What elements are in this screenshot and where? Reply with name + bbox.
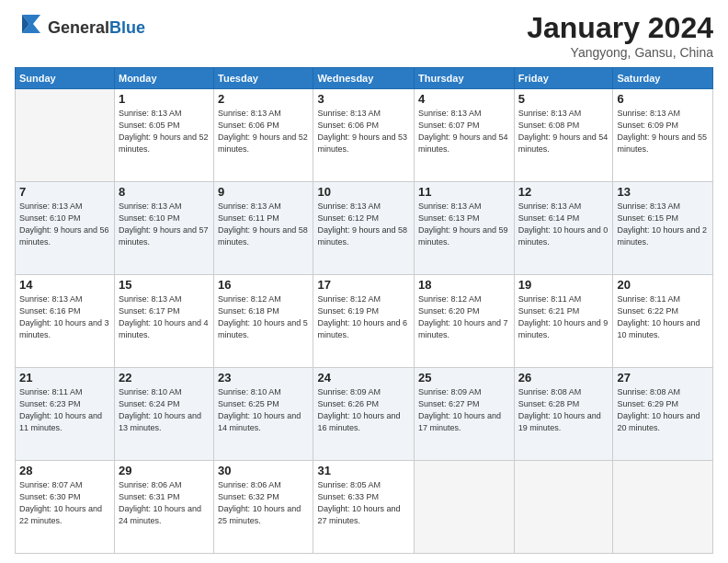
logo-blue: Blue: [109, 18, 145, 37]
day-number: 16: [218, 278, 309, 292]
day-number: 15: [119, 278, 210, 292]
day-info: Sunrise: 8:13 AMSunset: 6:10 PMDaylight:…: [119, 201, 210, 248]
day-info: Sunrise: 8:09 AMSunset: 6:26 PMDaylight:…: [317, 386, 410, 434]
day-number: 1: [119, 92, 210, 106]
table-row: 5Sunrise: 8:13 AMSunset: 6:08 PMDaylight…: [514, 89, 613, 182]
col-wednesday: Wednesday: [313, 68, 415, 89]
day-number: 7: [19, 185, 110, 199]
table-row: 9Sunrise: 8:13 AMSunset: 6:11 PMDaylight…: [214, 182, 313, 275]
calendar-week-row: 21Sunrise: 8:11 AMSunset: 6:23 PMDayligh…: [16, 368, 713, 461]
day-number: 4: [418, 92, 510, 106]
day-info: Sunrise: 8:10 AMSunset: 6:24 PMDaylight:…: [119, 386, 210, 434]
table-row: 30Sunrise: 8:06 AMSunset: 6:32 PMDayligh…: [214, 461, 313, 554]
table-row: 29Sunrise: 8:06 AMSunset: 6:31 PMDayligh…: [114, 461, 213, 554]
table-row: 23Sunrise: 8:10 AMSunset: 6:25 PMDayligh…: [214, 368, 313, 461]
calendar-week-row: 14Sunrise: 8:13 AMSunset: 6:16 PMDayligh…: [16, 275, 713, 368]
table-row: 27Sunrise: 8:08 AMSunset: 6:29 PMDayligh…: [613, 368, 713, 461]
calendar-week-row: 7Sunrise: 8:13 AMSunset: 6:10 PMDaylight…: [16, 182, 713, 275]
table-row: 1Sunrise: 8:13 AMSunset: 6:05 PMDaylight…: [114, 89, 213, 182]
col-saturday: Saturday: [613, 68, 713, 89]
day-info: Sunrise: 8:12 AMSunset: 6:19 PMDaylight:…: [317, 293, 410, 341]
logo-text: GeneralBlue: [48, 18, 145, 38]
day-info: Sunrise: 8:13 AMSunset: 6:13 PMDaylight:…: [418, 201, 510, 248]
title-block: January 2024 Yangyong, Gansu, China: [527, 11, 713, 60]
day-info: Sunrise: 8:12 AMSunset: 6:18 PMDaylight:…: [218, 293, 309, 341]
table-row: 31Sunrise: 8:05 AMSunset: 6:33 PMDayligh…: [313, 461, 415, 554]
table-row: 10Sunrise: 8:13 AMSunset: 6:12 PMDayligh…: [313, 182, 415, 275]
calendar-week-row: 28Sunrise: 8:07 AMSunset: 6:30 PMDayligh…: [16, 461, 713, 554]
day-info: Sunrise: 8:11 AMSunset: 6:22 PMDaylight:…: [617, 293, 709, 341]
table-row: 3Sunrise: 8:13 AMSunset: 6:06 PMDaylight…: [313, 89, 415, 182]
day-info: Sunrise: 8:12 AMSunset: 6:20 PMDaylight:…: [418, 293, 510, 341]
day-info: Sunrise: 8:10 AMSunset: 6:25 PMDaylight:…: [218, 386, 309, 434]
table-row: 12Sunrise: 8:13 AMSunset: 6:14 PMDayligh…: [514, 182, 613, 275]
day-number: 22: [119, 371, 210, 385]
day-info: Sunrise: 8:13 AMSunset: 6:06 PMDaylight:…: [317, 108, 410, 155]
calendar-week-row: 1Sunrise: 8:13 AMSunset: 6:05 PMDaylight…: [16, 89, 713, 182]
day-number: 6: [617, 92, 709, 106]
day-info: Sunrise: 8:13 AMSunset: 6:07 PMDaylight:…: [418, 108, 510, 155]
day-number: 2: [218, 92, 309, 106]
day-number: 19: [518, 278, 609, 292]
table-row: [613, 461, 713, 554]
table-row: 15Sunrise: 8:13 AMSunset: 6:17 PMDayligh…: [114, 275, 213, 368]
day-number: 27: [617, 371, 709, 385]
day-info: Sunrise: 8:13 AMSunset: 6:15 PMDaylight:…: [617, 201, 709, 248]
day-number: 20: [617, 278, 709, 292]
day-number: 8: [119, 185, 210, 199]
table-row: 2Sunrise: 8:13 AMSunset: 6:06 PMDaylight…: [214, 89, 313, 182]
table-row: [415, 461, 515, 554]
calendar: Sunday Monday Tuesday Wednesday Thursday…: [15, 67, 713, 554]
day-number: 26: [518, 371, 609, 385]
day-info: Sunrise: 8:06 AMSunset: 6:31 PMDaylight:…: [119, 479, 210, 527]
day-number: 30: [218, 464, 309, 477]
day-number: 24: [317, 371, 410, 385]
day-info: Sunrise: 8:13 AMSunset: 6:06 PMDaylight:…: [218, 108, 309, 155]
table-row: 24Sunrise: 8:09 AMSunset: 6:26 PMDayligh…: [313, 368, 415, 461]
table-row: 26Sunrise: 8:08 AMSunset: 6:28 PMDayligh…: [514, 368, 613, 461]
day-number: 10: [317, 185, 410, 199]
day-number: 13: [617, 185, 709, 199]
table-row: 25Sunrise: 8:09 AMSunset: 6:27 PMDayligh…: [415, 368, 515, 461]
day-number: 3: [317, 92, 410, 106]
table-row: [16, 89, 115, 182]
logo: GeneralBlue: [15, 11, 145, 44]
page: GeneralBlue January 2024 Yangyong, Gansu…: [0, 0, 728, 563]
day-info: Sunrise: 8:08 AMSunset: 6:29 PMDaylight:…: [617, 386, 709, 434]
day-number: 29: [119, 464, 210, 477]
day-info: Sunrise: 8:13 AMSunset: 6:05 PMDaylight:…: [119, 108, 210, 155]
table-row: 21Sunrise: 8:11 AMSunset: 6:23 PMDayligh…: [16, 368, 115, 461]
day-info: Sunrise: 8:07 AMSunset: 6:30 PMDaylight:…: [19, 479, 110, 527]
table-row: [514, 461, 613, 554]
day-info: Sunrise: 8:13 AMSunset: 6:10 PMDaylight:…: [19, 201, 110, 248]
table-row: 28Sunrise: 8:07 AMSunset: 6:30 PMDayligh…: [16, 461, 115, 554]
logo-icon: [15, 11, 44, 44]
day-number: 17: [317, 278, 410, 292]
day-number: 5: [518, 92, 609, 106]
table-row: 8Sunrise: 8:13 AMSunset: 6:10 PMDaylight…: [114, 182, 213, 275]
day-number: 9: [218, 185, 309, 199]
day-info: Sunrise: 8:11 AMSunset: 6:21 PMDaylight:…: [518, 293, 609, 341]
day-info: Sunrise: 8:13 AMSunset: 6:11 PMDaylight:…: [218, 201, 309, 248]
title-location: Yangyong, Gansu, China: [527, 45, 713, 60]
day-number: 23: [218, 371, 309, 385]
col-tuesday: Tuesday: [214, 68, 313, 89]
title-month: January 2024: [527, 11, 713, 45]
table-row: 14Sunrise: 8:13 AMSunset: 6:16 PMDayligh…: [16, 275, 115, 368]
day-number: 28: [19, 464, 110, 477]
header: GeneralBlue January 2024 Yangyong, Gansu…: [15, 11, 713, 60]
day-info: Sunrise: 8:05 AMSunset: 6:33 PMDaylight:…: [317, 479, 410, 527]
table-row: 4Sunrise: 8:13 AMSunset: 6:07 PMDaylight…: [415, 89, 515, 182]
day-info: Sunrise: 8:13 AMSunset: 6:12 PMDaylight:…: [317, 201, 410, 248]
table-row: 7Sunrise: 8:13 AMSunset: 6:10 PMDaylight…: [16, 182, 115, 275]
col-monday: Monday: [114, 68, 213, 89]
day-info: Sunrise: 8:06 AMSunset: 6:32 PMDaylight:…: [218, 479, 309, 527]
table-row: 19Sunrise: 8:11 AMSunset: 6:21 PMDayligh…: [514, 275, 613, 368]
table-row: 17Sunrise: 8:12 AMSunset: 6:19 PMDayligh…: [313, 275, 415, 368]
day-info: Sunrise: 8:11 AMSunset: 6:23 PMDaylight:…: [19, 386, 110, 434]
day-number: 21: [19, 371, 110, 385]
table-row: 13Sunrise: 8:13 AMSunset: 6:15 PMDayligh…: [613, 182, 713, 275]
day-number: 31: [317, 464, 410, 477]
col-friday: Friday: [514, 68, 613, 89]
day-number: 25: [418, 371, 510, 385]
